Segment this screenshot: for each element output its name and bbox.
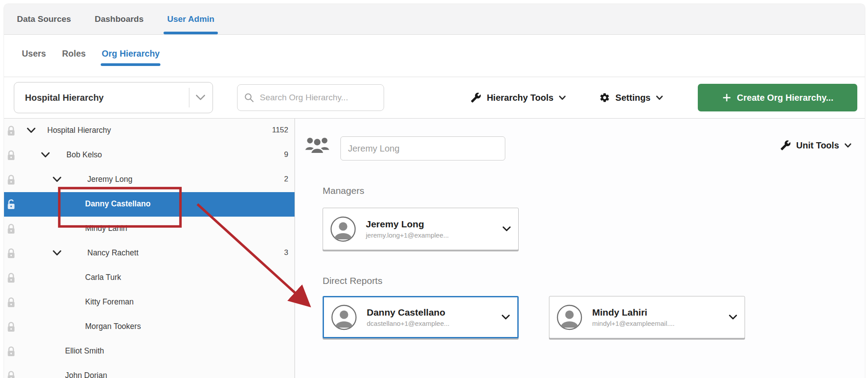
settings-label: Settings <box>615 93 651 103</box>
hierarchy-tools-button[interactable]: Hierarchy Tools <box>471 92 566 103</box>
chevron-down-icon[interactable] <box>41 152 50 160</box>
gear-icon <box>599 92 610 103</box>
hierarchy-select[interactable]: Hospital Hierarchy <box>14 82 213 113</box>
tree-row-elliot-smith[interactable]: Elliot Smith <box>4 339 295 364</box>
person-card-jeremy-long[interactable]: Jeremy Longjeremy.long+1@examplee... <box>323 208 519 250</box>
avatar <box>330 216 356 242</box>
direct-reports-section-label: Direct Reports <box>323 275 382 286</box>
chevron-down-icon[interactable] <box>52 250 62 258</box>
person-email: mindyl+1@exampleemail.... <box>592 320 675 327</box>
subtab-org-hierarchy[interactable]: Org Hierarchy <box>101 46 160 66</box>
lock-icon <box>6 125 16 137</box>
chevron-down-icon[interactable] <box>52 176 62 185</box>
lock-icon <box>6 296 16 309</box>
tree-row-morgan-tookers[interactable]: Morgan Tookers <box>4 315 295 339</box>
app-window: Data SourcesDashboardsUser Admin UsersRo… <box>4 4 865 378</box>
tree-row-label: Elliot Smith <box>65 346 104 356</box>
tree-row-count: 9 <box>284 150 288 159</box>
lock-icon <box>6 272 16 284</box>
search-icon <box>244 92 254 103</box>
tab-dashboards[interactable]: Dashboards <box>93 4 145 34</box>
lock-icon <box>6 174 16 186</box>
subtab-roles[interactable]: Roles <box>61 46 86 66</box>
hierarchy-tools-label: Hierarchy Tools <box>487 93 553 103</box>
person-card-danny-castellano[interactable]: Danny Castellanodcastellano+1@examplee..… <box>323 296 519 338</box>
managers-section-label: Managers <box>323 185 364 196</box>
person-card-mindy-lahiri[interactable]: Mindy Lahirimindyl+1@exampleemail.... <box>549 296 745 338</box>
tree-row-count: 1152 <box>272 126 288 135</box>
unit-name-input[interactable] <box>340 136 505 160</box>
subtab-users[interactable]: Users <box>21 46 47 66</box>
wrench-icon <box>780 140 791 151</box>
tree-row-label: Carla Turk <box>85 273 121 282</box>
tree-row-label: Hospital Hierarchy <box>47 126 111 135</box>
chevron-down-icon[interactable] <box>502 226 511 232</box>
tree-row-nancy-rachett[interactable]: Nancy Rachett3 <box>4 241 295 266</box>
chevron-down-icon[interactable] <box>729 314 737 320</box>
person-name: Jeremy Long <box>366 219 449 230</box>
tree-row-label: Bob Kelso <box>66 150 102 160</box>
avatar <box>331 304 357 330</box>
tree-row-bob-kelso[interactable]: Bob Kelso9 <box>4 143 295 168</box>
lock-icon <box>6 321 16 333</box>
sub-navigation: UsersRolesOrg Hierarchy <box>4 35 865 77</box>
settings-button[interactable]: Settings <box>599 92 663 103</box>
org-hierarchy-toolbar: Hospital Hierarchy Hierarchy Tools <box>4 77 865 119</box>
hierarchy-select-value: Hospital Hierarchy <box>25 93 189 103</box>
content-area: Hospital Hierarchy1152Bob Kelso9Jeremy L… <box>4 119 865 378</box>
direct-reports-row: Danny Castellanodcastellano+1@examplee..… <box>323 296 745 338</box>
plus-icon <box>722 93 732 103</box>
chevron-down-icon <box>844 143 852 148</box>
tab-user-admin[interactable]: User Admin <box>165 4 216 34</box>
tree-row-mindy-lahiri[interactable]: Mindy Lahiri <box>4 217 295 241</box>
tree-row-label: Jeremy Long <box>87 175 132 184</box>
unit-tools-button[interactable]: Unit Tools <box>780 140 852 151</box>
tree-row-label: Kitty Foreman <box>85 297 134 307</box>
tree-row-label: Nancy Rachett <box>87 248 139 258</box>
tree-row-kitty-foreman[interactable]: Kitty Foreman <box>4 290 295 315</box>
tree-row-label: John Dorian <box>65 371 107 378</box>
org-tree-panel: Hospital Hierarchy1152Bob Kelso9Jeremy L… <box>4 119 295 378</box>
lock-icon <box>6 247 16 260</box>
tree-row-carla-turk[interactable]: Carla Turk <box>4 266 295 290</box>
tree-row-jeremy-long[interactable]: Jeremy Long2 <box>4 168 295 192</box>
chevron-down-icon[interactable] <box>26 127 36 136</box>
search-box[interactable] <box>237 84 384 111</box>
create-button-label: Create Org Hierarchy... <box>737 93 833 103</box>
top-navigation: Data SourcesDashboardsUser Admin <box>4 4 865 35</box>
tree-row-label: Morgan Tookers <box>85 322 141 331</box>
unit-tools-label: Unit Tools <box>796 140 839 151</box>
person-email: jeremy.long+1@examplee... <box>366 231 449 239</box>
tree-row-john-dorian[interactable]: John Dorian <box>4 364 295 378</box>
managers-row: Jeremy Longjeremy.long+1@examplee... <box>323 208 519 250</box>
person-name: Danny Castellano <box>367 307 450 318</box>
person-name: Mindy Lahiri <box>592 307 675 318</box>
search-input[interactable] <box>259 92 377 103</box>
chevron-down-icon[interactable] <box>501 314 510 320</box>
create-org-hierarchy-button[interactable]: Create Org Hierarchy... <box>698 84 857 111</box>
lock-icon <box>6 223 16 235</box>
lock-icon <box>6 149 16 162</box>
group-icon <box>305 135 330 159</box>
chevron-down-icon <box>559 95 566 100</box>
tree-row-label: Danny Castellano <box>85 199 151 209</box>
tab-data-sources[interactable]: Data Sources <box>15 4 73 34</box>
toolbar-actions: Hierarchy Tools Settings Create Org Hier <box>437 84 857 111</box>
unit-detail-panel: Unit Tools Managers Jeremy Longjeremy.lo… <box>295 119 865 378</box>
wrench-icon <box>471 92 481 103</box>
tree-row-hospital-hierarchy[interactable]: Hospital Hierarchy1152 <box>4 119 295 143</box>
lock-icon <box>6 345 16 358</box>
avatar <box>557 304 582 330</box>
tree-row-label: Mindy Lahiri <box>85 224 127 233</box>
chevron-down-icon <box>656 95 663 100</box>
tree-row-count: 2 <box>284 175 288 184</box>
chevron-down-icon[interactable] <box>196 94 205 101</box>
tree-row-count: 3 <box>284 248 288 257</box>
lock-icon <box>6 370 16 378</box>
lock-open-icon <box>6 198 16 211</box>
select-divider <box>189 88 189 107</box>
person-email: dcastellano+1@examplee... <box>367 320 450 327</box>
tree-row-danny-castellano[interactable]: Danny Castellano <box>4 192 295 217</box>
